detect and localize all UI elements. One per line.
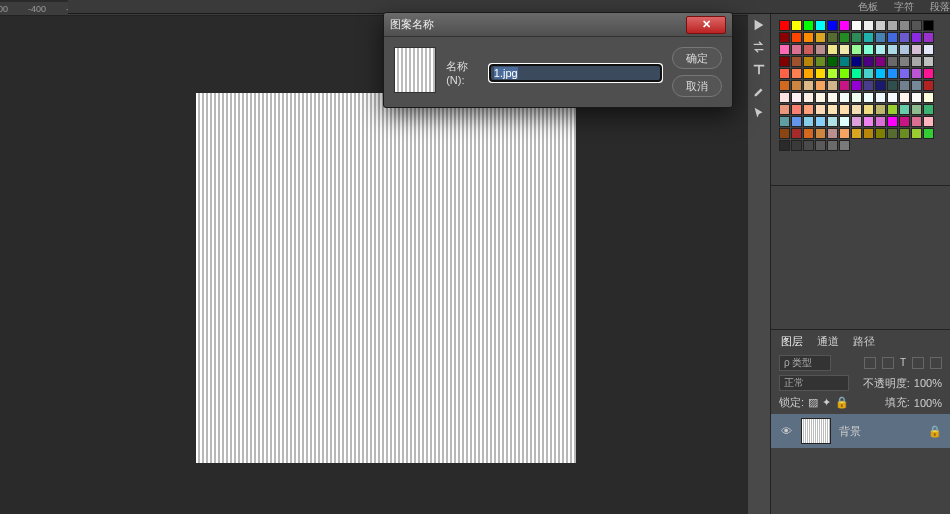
swatch[interactable] (875, 32, 886, 43)
visibility-icon[interactable]: 👁 (779, 424, 793, 438)
swatch[interactable] (815, 32, 826, 43)
swatch[interactable] (923, 44, 934, 55)
swatch[interactable] (791, 128, 802, 139)
swatch[interactable] (791, 104, 802, 115)
opacity-value[interactable]: 100% (914, 377, 942, 389)
swatch[interactable] (803, 32, 814, 43)
swatch[interactable] (839, 32, 850, 43)
swatch[interactable] (779, 116, 790, 127)
swatch[interactable] (791, 32, 802, 43)
swatch[interactable] (875, 92, 886, 103)
swatch[interactable] (779, 92, 790, 103)
swatch[interactable] (923, 128, 934, 139)
swatch[interactable] (827, 80, 838, 91)
document-canvas[interactable] (196, 93, 576, 463)
swatch[interactable] (851, 128, 862, 139)
swatch[interactable] (815, 128, 826, 139)
swatch[interactable] (887, 32, 898, 43)
swatch[interactable] (779, 104, 790, 115)
swatch[interactable] (815, 56, 826, 67)
swatch[interactable] (803, 104, 814, 115)
swatch[interactable] (851, 44, 862, 55)
swatch[interactable] (923, 104, 934, 115)
swatch[interactable] (899, 80, 910, 91)
swatch[interactable] (779, 56, 790, 67)
swatch[interactable] (851, 92, 862, 103)
swatch[interactable] (911, 92, 922, 103)
swatch[interactable] (803, 116, 814, 127)
swatch[interactable] (923, 92, 934, 103)
swatch[interactable] (851, 20, 862, 31)
lock-pixels-icon[interactable]: ▨ (808, 396, 818, 409)
swatch[interactable] (887, 92, 898, 103)
swatch[interactable] (875, 104, 886, 115)
swatch[interactable] (791, 44, 802, 55)
tab-paths[interactable]: 路径 (853, 334, 875, 349)
swatch[interactable] (863, 68, 874, 79)
ok-button[interactable]: 确定 (672, 47, 722, 69)
swatch[interactable] (911, 20, 922, 31)
swatch[interactable] (875, 80, 886, 91)
swatch[interactable] (791, 92, 802, 103)
swatch[interactable] (839, 92, 850, 103)
lock-position-icon[interactable]: ✦ (822, 396, 831, 409)
swatch[interactable] (911, 104, 922, 115)
swatch[interactable] (827, 32, 838, 43)
swatch[interactable] (887, 20, 898, 31)
dialog-titlebar[interactable]: 图案名称 ✕ (384, 13, 732, 37)
swatch[interactable] (827, 44, 838, 55)
swatch[interactable] (899, 116, 910, 127)
swatch[interactable] (875, 56, 886, 67)
swatch[interactable] (863, 116, 874, 127)
swatch[interactable] (899, 68, 910, 79)
swatch[interactable] (887, 80, 898, 91)
swatch[interactable] (839, 20, 850, 31)
swatch[interactable] (827, 20, 838, 31)
swatch[interactable] (863, 128, 874, 139)
cancel-button[interactable]: 取消 (672, 75, 722, 97)
swatch[interactable] (779, 32, 790, 43)
swatch[interactable] (887, 56, 898, 67)
swatch[interactable] (923, 80, 934, 91)
fill-value[interactable]: 100% (914, 397, 942, 409)
swatch[interactable] (911, 80, 922, 91)
swatch[interactable] (863, 104, 874, 115)
swatch[interactable] (815, 44, 826, 55)
swatch[interactable] (779, 140, 790, 151)
swatch[interactable] (815, 80, 826, 91)
filter-adjust-icon[interactable] (882, 357, 894, 369)
tab-character[interactable]: 字符 (894, 0, 914, 13)
swatch[interactable] (803, 92, 814, 103)
swatch[interactable] (899, 128, 910, 139)
layer-kind-filter[interactable]: ρ 类型 (779, 355, 831, 371)
swatch[interactable] (851, 80, 862, 91)
swatch[interactable] (803, 68, 814, 79)
swatch[interactable] (827, 128, 838, 139)
swatch[interactable] (803, 80, 814, 91)
lock-all-icon[interactable]: 🔒 (835, 396, 849, 409)
swatch[interactable] (815, 140, 826, 151)
swatch[interactable] (839, 56, 850, 67)
text-icon[interactable] (752, 62, 766, 78)
filter-shape-icon[interactable] (912, 357, 924, 369)
swatch[interactable] (887, 128, 898, 139)
swatch[interactable] (827, 56, 838, 67)
swatch[interactable] (851, 32, 862, 43)
swatch[interactable] (791, 56, 802, 67)
swatch[interactable] (899, 104, 910, 115)
swatch[interactable] (839, 128, 850, 139)
swatch[interactable] (923, 32, 934, 43)
swatch[interactable] (839, 80, 850, 91)
swatch[interactable] (863, 56, 874, 67)
swatch[interactable] (899, 20, 910, 31)
swatch[interactable] (875, 68, 886, 79)
swatch[interactable] (923, 20, 934, 31)
swatch[interactable] (815, 92, 826, 103)
swatch[interactable] (827, 116, 838, 127)
tab-swatches[interactable]: 色板 (858, 0, 878, 13)
play-icon[interactable] (752, 18, 766, 34)
brush-icon[interactable] (752, 84, 766, 100)
close-button[interactable]: ✕ (686, 16, 726, 34)
swatch[interactable] (827, 104, 838, 115)
swatch[interactable] (839, 140, 850, 151)
